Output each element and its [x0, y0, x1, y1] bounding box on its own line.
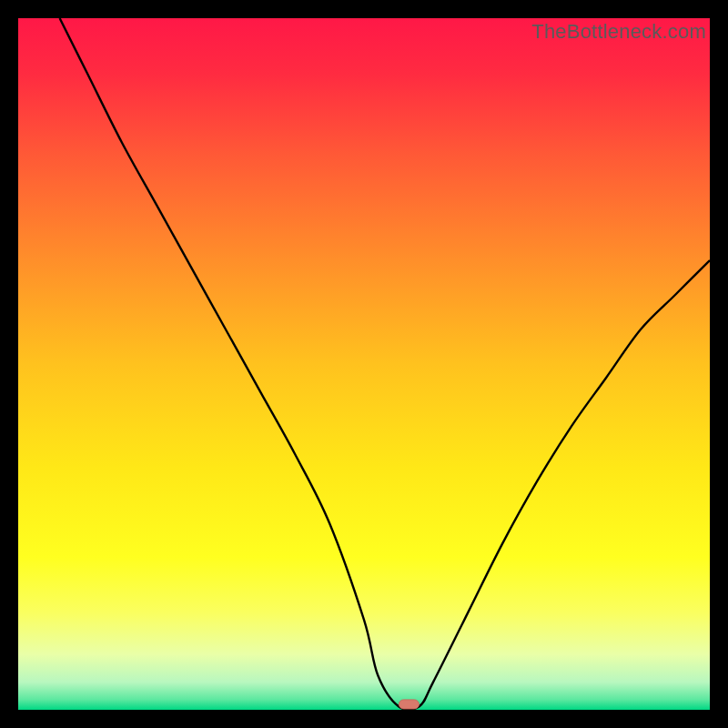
gradient-background — [18, 18, 710, 710]
watermark-text: TheBottleneck.com — [531, 20, 706, 44]
bottleneck-chart — [18, 18, 710, 710]
chart-frame: TheBottleneck.com — [18, 18, 710, 710]
optimal-point-marker — [399, 700, 419, 709]
